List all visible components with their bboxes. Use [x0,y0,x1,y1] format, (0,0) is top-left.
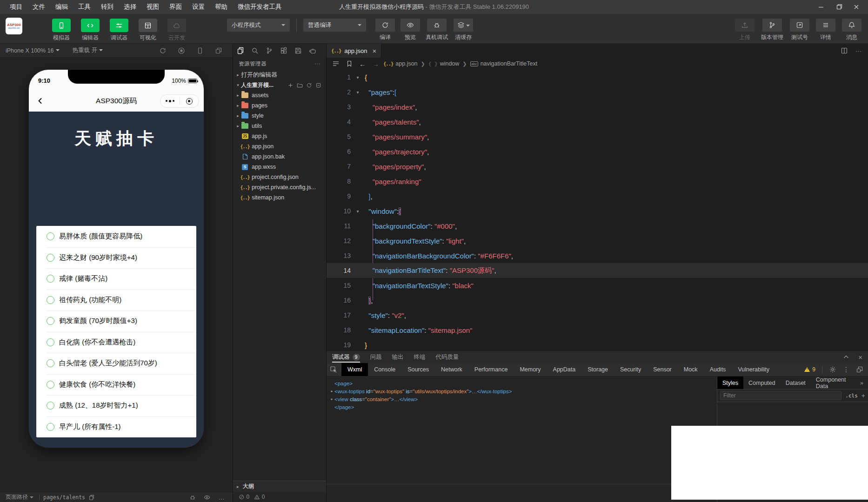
close-panel-icon[interactable]: × [858,353,862,361]
styles-filter-input[interactable] [720,391,841,400]
toolbar-button-测试号[interactable]: 测试号 [790,19,809,41]
talent-option[interactable]: 早产儿 (所有属性-1) [36,416,196,438]
styles-tab-dataset[interactable]: Dataset [781,376,811,389]
toolbar-button-上传[interactable]: 上传 [735,19,754,41]
panel-tab-调试器[interactable]: 调试器9 [332,351,360,363]
add-style-icon[interactable]: + [861,392,865,399]
menu-item-设置[interactable]: 设置 [188,1,209,13]
restart-icon[interactable] [159,47,167,54]
menu-item-转到[interactable]: 转到 [97,1,118,13]
styles-tab-component-data[interactable]: Component Data [811,376,860,389]
source-control-icon[interactable] [266,47,273,54]
radio-icon[interactable] [47,232,54,240]
code-line-5[interactable]: 5 "pages/summary", [327,129,868,144]
tree-item-app.wxss[interactable]: Sapp.wxss [233,162,326,172]
talent-option[interactable]: 祖传药丸 (功能不明) [36,290,196,311]
code-editor[interactable]: 1▾{2▾ "pages":[3 "pages/index",4 "pages/… [327,70,868,351]
action-button-真机调试[interactable]: 真机调试 [426,19,448,41]
nav-forward-icon[interactable]: → [372,60,379,68]
mode-select[interactable]: 小程序模式 [227,19,290,32]
talent-option[interactable]: 白头偕老 (爱人至少能活到70岁) [36,353,196,374]
radio-icon[interactable] [47,359,54,367]
multi-window-icon[interactable] [215,47,222,54]
devtools-tab-audits[interactable]: Audits [704,363,732,376]
talent-option[interactable]: 迟来之财 (90岁时家境+4) [36,247,196,269]
tab-app-json[interactable]: {..} app.json × [327,44,381,58]
code-line-11[interactable]: 11 "backgroundColor": "#000", [327,218,868,233]
back-icon[interactable] [35,96,46,106]
toolbar-button-可视化[interactable]: 可视化 [137,19,159,42]
devtools-tab-vulnerability[interactable]: Vulnerability [732,363,775,376]
devtools-tab-mock[interactable]: Mock [678,363,704,376]
menu-item-选择[interactable]: 选择 [120,1,140,13]
toolbar-button-云开发[interactable]: 云开发 [166,19,188,42]
expand-icon[interactable]: ▸ [329,389,334,393]
tree-item-style[interactable]: ▸style [233,111,326,121]
code-line-10[interactable]: 10▾ "window":{ [327,204,868,218]
fold-icon[interactable]: ▾ [351,209,365,214]
breadcrumb-window[interactable]: window [440,60,460,67]
tree-item-app.json.bak[interactable]: app.json.bak [233,152,326,162]
action-button-预览[interactable]: 预览 [401,19,420,41]
search-icon[interactable] [251,47,259,54]
toolbar-button-调试器[interactable]: 调试器 [108,19,130,42]
wxml-node[interactable]: ▸<wux-toptips id="wux-toptips" is="utils… [329,387,717,395]
devtools-settings-icon[interactable] [829,366,836,373]
menu-item-编辑[interactable]: 编辑 [51,1,72,13]
styles-tab-computed[interactable]: Computed [743,376,781,389]
code-line-12[interactable]: 12 "backgroundTextStyle": "light", [327,233,868,248]
menu-item-界面[interactable]: 界面 [165,1,186,13]
fold-icon[interactable]: ▾ [351,90,365,95]
toolbar-button-编辑器[interactable]: 编辑器 [79,19,101,42]
radio-icon[interactable] [47,402,54,410]
menu-item-微信开发者工具[interactable]: 微信开发者工具 [234,1,286,13]
breadcrumb-file[interactable]: app.json [395,60,417,67]
tree-item-project.private.config.js...[interactable]: {..}project.private.config.js... [233,182,326,192]
code-line-18[interactable]: 18 "sitemapLocation": "sitemap.json" [327,323,868,337]
expand-icon[interactable]: ▸ [329,397,334,401]
tree-item-app.js[interactable]: JSapp.js [233,131,326,141]
inspect-element-icon[interactable] [327,366,341,373]
toolbar-button-版本管理[interactable]: 版本管理 [761,19,783,41]
new-file-icon[interactable] [287,82,294,88]
device-selector[interactable]: iPhone X 100% 16 [6,47,60,54]
wxml-node[interactable]: ▸<view class="container">…</view> [329,395,717,403]
toolbar-button-模拟器[interactable]: 模拟器 [50,19,73,42]
maximize-icon[interactable] [832,1,846,13]
styles-tab-styles[interactable]: Styles [717,376,743,389]
hot-reload-toggle[interactable]: 热重载 开 [73,46,103,54]
preview-eye-icon[interactable] [204,494,210,501]
close-window-icon[interactable] [849,1,863,13]
bookmark-icon[interactable] [346,60,353,67]
files-icon[interactable] [237,47,244,54]
talent-option[interactable]: 成熟 (12、18岁时智力+1) [36,395,196,416]
talent-option[interactable]: 健康饮食 (你不吃洋快餐) [36,374,196,396]
toolbar-button-详情[interactable]: 详情 [816,19,835,41]
devtools-kebab-icon[interactable]: ⋮ [843,366,849,373]
record-icon[interactable] [178,47,185,54]
action-button-编译[interactable]: 编译 [375,19,395,41]
tree-item-app.json[interactable]: {..}app.json [233,141,326,152]
devtools-tab-sources[interactable]: Sources [401,363,435,376]
code-line-9[interactable]: 9 ], [327,189,868,204]
split-editor-icon[interactable] [841,47,848,54]
more-options-icon[interactable]: … [218,494,225,501]
devtools-tab-appdata[interactable]: AppData [547,363,582,376]
talent-option[interactable]: 戒律 (赌毒不沾) [36,268,196,290]
close-tab-icon[interactable]: × [372,47,376,55]
code-line-8[interactable]: 8 "pages/ranking" [327,174,868,189]
breadcrumb-property[interactable]: navigationBarTitleText [481,60,538,67]
wxml-node[interactable]: <page> [329,379,717,387]
tree-item-utils[interactable]: ▸utils [233,121,326,131]
npm-save-icon[interactable] [294,47,302,54]
radio-icon[interactable] [47,423,54,431]
code-line-7[interactable]: 7 "pages/property", [327,159,868,174]
radio-icon[interactable] [47,296,54,304]
wxml-tree[interactable]: <page>▸<wux-toptips id="wux-toptips" is=… [327,376,717,502]
fold-icon[interactable]: ▾ [351,75,365,80]
radio-icon[interactable] [47,338,54,346]
devtools-tab-memory[interactable]: Memory [514,363,547,376]
code-line-2[interactable]: 2▾ "pages":[ [327,85,868,99]
code-line-16[interactable]: 16 }, [327,293,868,308]
radio-icon[interactable] [47,254,54,262]
